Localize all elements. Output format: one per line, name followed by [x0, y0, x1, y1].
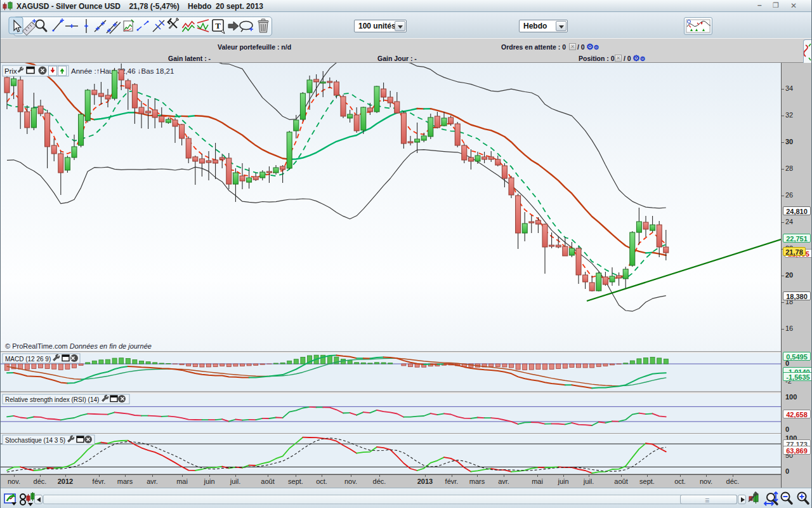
svg-text:© ProRealTime.com Données en f: © ProRealTime.com Données en fin de jour… — [5, 342, 152, 350]
svg-text:MACD (12 26 9): MACD (12 26 9) — [5, 356, 51, 363]
svg-text:Stochastique (14 3 5): Stochastique (14 3 5) — [5, 437, 65, 444]
svg-text:Relative strength index (RSI): Relative strength index (RSI) (14) — [5, 396, 99, 403]
svg-text:T: T — [215, 21, 221, 30]
svg-text:Prix: Prix — [4, 67, 17, 75]
